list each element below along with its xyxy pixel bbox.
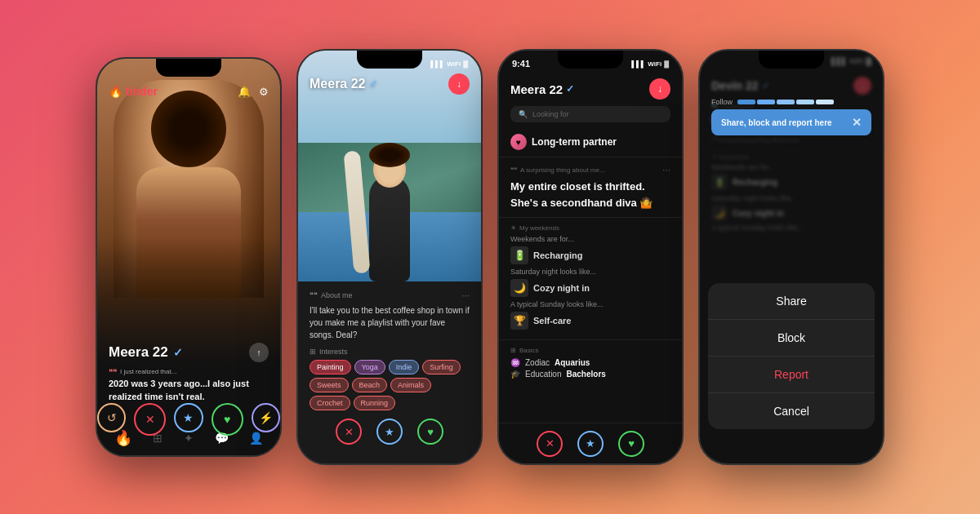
settings-icon[interactable]: ⚙ <box>259 86 269 98</box>
quote-big-text-3: My entire closet is thrifted. She's a se… <box>510 179 670 210</box>
about-text-2: I'll take you to the best coffee shop in… <box>310 304 470 341</box>
interests-label-2: ⊞ Interests <box>310 348 470 356</box>
basics-section-3: ⊞ Basics ♒ Zodiac Aquarius 🎓 Education B… <box>499 340 682 388</box>
weekends-label-3: ☀ My weekends <box>510 224 670 232</box>
nope-button-2[interactable]: ✕ <box>336 419 362 445</box>
tooltip-close-4[interactable]: ✕ <box>852 116 862 129</box>
rewind-button-1[interactable]: ↺ <box>97 403 126 432</box>
status-icons-2: ▌▌▌ WiFi ▓ <box>430 60 468 68</box>
tinder-logo: 🔥 tinder <box>109 85 158 98</box>
quote-section-1: ❝❝ I just realized that... 2020 was 3 ye… <box>109 367 269 403</box>
dot-4-4 <box>796 100 814 104</box>
block-label: Block <box>777 331 805 344</box>
boost-button-1[interactable]: ⚡ <box>252 403 280 432</box>
action-row-3: ✕ ★ ♥ <box>499 423 682 463</box>
action-buttons-1: ↺ ✕ ★ ♥ ⚡ <box>97 403 280 436</box>
search-area-3: 🔍 Looking for <box>499 106 682 127</box>
header-icons: 🔔 ⚙ <box>238 86 269 98</box>
tag-beach: Beach <box>352 378 388 392</box>
tinder-text: tinder <box>126 85 158 98</box>
quote-header-3: ❝❝ A surprising thing about me... ··· <box>510 164 670 175</box>
search-icon-3: 🔍 <box>519 110 528 118</box>
nope-icon-1: ✕ <box>145 413 155 426</box>
like-button-2[interactable]: ♥ <box>417 419 443 445</box>
share-menu-item[interactable]: Share <box>708 283 875 320</box>
nope-button-3[interactable]: ✕ <box>537 431 563 457</box>
wifi-2: WiFi <box>447 60 461 68</box>
profile-header-2: Meera 22 ✓ ↓ <box>310 73 470 95</box>
like-button-3[interactable]: ♥ <box>618 431 644 457</box>
like-button-1[interactable]: ♥ <box>212 403 243 436</box>
about-dots-2[interactable]: ··· <box>461 290 470 301</box>
zodiac-label-3: Zodiac <box>525 358 550 367</box>
education-value-3: Bachelors <box>566 370 605 379</box>
search-bar-3[interactable]: 🔍 Looking for <box>510 106 670 122</box>
profile-name-2: Meera 22 ✓ <box>310 77 377 91</box>
follow-row-4: Follow <box>711 98 871 106</box>
report-menu-item[interactable]: Report <box>708 357 875 393</box>
flame-icon: 🔥 <box>109 85 122 98</box>
phone-notch-3 <box>558 51 623 69</box>
app-container: 🔥 tinder 🔔 ⚙ 9:41 ▌▌▌ WiFi ▓ <box>0 0 980 514</box>
quote-section-3: ❝❝ A surprising thing about me... ··· My… <box>499 157 682 218</box>
basics-icon-3: ⊞ <box>510 347 516 354</box>
signal-3: ▌▌▌ <box>631 60 645 68</box>
scroll-content-3[interactable]: 🔍 Looking for ♥ Long-term partner ❝❝ <box>499 106 682 423</box>
profile-name-1: Meera 22 ✓ ↑ <box>109 343 269 362</box>
tag-sweets: Sweets <box>310 378 349 392</box>
looking-for-section-3: ♥ Long-term partner <box>499 127 682 157</box>
time-3: 9:41 <box>512 59 530 69</box>
dot-2-4 <box>757 100 775 104</box>
phone-1: 🔥 tinder 🔔 ⚙ 9:41 ▌▌▌ WiFi ▓ <box>96 57 282 457</box>
education-icon-3: 🎓 <box>510 370 520 379</box>
tag-painting: Painting <box>310 360 351 374</box>
action-row-2: ✕ ★ ♥ <box>310 419 470 445</box>
recharge-emoji-3: 🔋 <box>510 246 528 264</box>
phone1-profile-info: Meera 22 ✓ ↑ ❝❝ I just realized that... … <box>109 343 269 403</box>
zodiac-row-3: ♒ Zodiac Aquarius <box>510 358 670 367</box>
quote-dots-3[interactable]: ··· <box>662 164 670 175</box>
sun-label-3: A typical Sunday looks like... <box>510 300 670 308</box>
verified-badge-2: ✓ <box>369 78 377 90</box>
education-label-3: Education <box>525 370 561 379</box>
phone-notch-1 <box>156 59 221 77</box>
dot-5-4 <box>816 100 834 104</box>
star-button-3[interactable]: ★ <box>577 431 604 457</box>
battery-2: ▓ <box>463 60 468 68</box>
interests-section-2: ⊞ Interests Painting Yoga Indie Surfing … <box>310 348 470 410</box>
tag-crochet: Crochet <box>310 396 350 410</box>
phone-notch-2 <box>357 51 422 69</box>
education-row-3: 🎓 Education Bachelors <box>510 370 670 379</box>
phone1-header: 🔥 tinder 🔔 ⚙ <box>97 82 280 101</box>
selfcare-text-3: Self-care <box>533 316 571 326</box>
block-menu-item[interactable]: Block <box>708 320 875 357</box>
looking-for-row-3: ♥ Long-term partner <box>510 134 670 150</box>
tag-indie: Indie <box>389 360 420 374</box>
basics-label-3: ⊞ Basics <box>510 347 670 354</box>
cozy-emoji-3: 🌙 <box>510 279 528 297</box>
nope-button-1[interactable]: ✕ <box>134 403 166 436</box>
follow-area-4: Follow Share, block and report here ✕ <box>711 98 871 135</box>
star-button-1[interactable]: ★ <box>174 403 203 432</box>
tooltip-text-4: Share, block and report here <box>721 118 832 127</box>
weekend-item-3-3: 🏆 Self-care <box>510 312 670 330</box>
expand-btn-3[interactable]: ↓ <box>649 78 670 100</box>
profile-below-2: ❝❝ About me ··· I'll take you to the bes… <box>298 281 481 463</box>
follow-label-4: Follow <box>711 98 733 106</box>
follow-dots-4 <box>737 100 834 104</box>
signal-2: ▌▌▌ <box>430 60 444 68</box>
about-header-2: ❝❝ About me ··· <box>310 290 470 301</box>
upload-icon-1[interactable]: ↑ <box>249 343 269 362</box>
share-label: Share <box>776 295 806 308</box>
phones-container: 🔥 tinder 🔔 ⚙ 9:41 ▌▌▌ WiFi ▓ <box>79 33 901 481</box>
selfcare-emoji-3: 🏆 <box>510 312 528 330</box>
overlay-menu-4: Follow Share, block and report here ✕ <box>700 51 883 463</box>
bell-icon[interactable]: 🔔 <box>238 86 251 98</box>
cancel-menu-item[interactable]: Cancel <box>708 393 875 429</box>
weekend-item-2-3: 🌙 Cozy night in <box>510 279 670 297</box>
verified-3: ✓ <box>566 83 574 95</box>
expand-button-2[interactable]: ↓ <box>448 73 470 95</box>
star-button-2[interactable]: ★ <box>376 419 403 445</box>
phone-3: 9:41 ▌▌▌ WiFi ▓ Meera 22 ✓ ↓ <box>497 49 684 465</box>
quote-mark-3: ❝❝ <box>510 166 517 174</box>
